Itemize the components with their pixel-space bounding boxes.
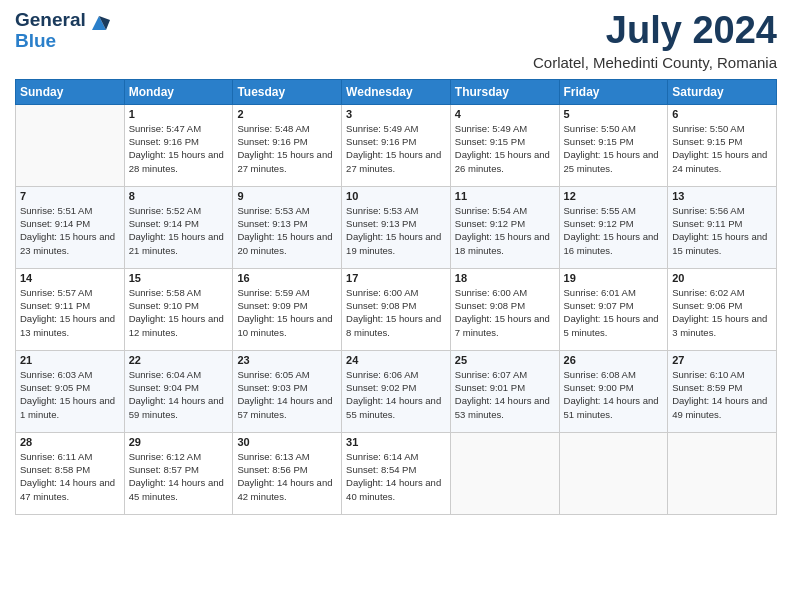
calendar-cell bbox=[450, 432, 559, 514]
day-number: 17 bbox=[346, 272, 446, 284]
day-number: 2 bbox=[237, 108, 337, 120]
day-info: Sunrise: 6:03 AMSunset: 9:05 PMDaylight:… bbox=[20, 368, 120, 421]
calendar-cell: 15Sunrise: 5:58 AMSunset: 9:10 PMDayligh… bbox=[124, 268, 233, 350]
calendar-cell: 26Sunrise: 6:08 AMSunset: 9:00 PMDayligh… bbox=[559, 350, 668, 432]
logo-general: General bbox=[15, 10, 86, 31]
calendar-header-thursday: Thursday bbox=[450, 79, 559, 104]
day-number: 18 bbox=[455, 272, 555, 284]
day-info: Sunrise: 5:58 AMSunset: 9:10 PMDaylight:… bbox=[129, 286, 229, 339]
day-number: 11 bbox=[455, 190, 555, 202]
day-info: Sunrise: 5:54 AMSunset: 9:12 PMDaylight:… bbox=[455, 204, 555, 257]
page: General Blue July 2024 Corlatel, Mehedin… bbox=[0, 0, 792, 612]
calendar-cell: 13Sunrise: 5:56 AMSunset: 9:11 PMDayligh… bbox=[668, 186, 777, 268]
calendar-header-row: SundayMondayTuesdayWednesdayThursdayFrid… bbox=[16, 79, 777, 104]
calendar-cell: 6Sunrise: 5:50 AMSunset: 9:15 PMDaylight… bbox=[668, 104, 777, 186]
day-number: 13 bbox=[672, 190, 772, 202]
calendar-cell: 21Sunrise: 6:03 AMSunset: 9:05 PMDayligh… bbox=[16, 350, 125, 432]
day-number: 26 bbox=[564, 354, 664, 366]
day-info: Sunrise: 6:01 AMSunset: 9:07 PMDaylight:… bbox=[564, 286, 664, 339]
day-number: 12 bbox=[564, 190, 664, 202]
day-info: Sunrise: 6:00 AMSunset: 9:08 PMDaylight:… bbox=[346, 286, 446, 339]
calendar-cell: 11Sunrise: 5:54 AMSunset: 9:12 PMDayligh… bbox=[450, 186, 559, 268]
day-info: Sunrise: 6:11 AMSunset: 8:58 PMDaylight:… bbox=[20, 450, 120, 503]
day-info: Sunrise: 6:07 AMSunset: 9:01 PMDaylight:… bbox=[455, 368, 555, 421]
day-info: Sunrise: 6:02 AMSunset: 9:06 PMDaylight:… bbox=[672, 286, 772, 339]
logo-blue: Blue bbox=[15, 31, 86, 52]
day-number: 10 bbox=[346, 190, 446, 202]
day-number: 8 bbox=[129, 190, 229, 202]
day-info: Sunrise: 6:10 AMSunset: 8:59 PMDaylight:… bbox=[672, 368, 772, 421]
day-info: Sunrise: 5:52 AMSunset: 9:14 PMDaylight:… bbox=[129, 204, 229, 257]
day-number: 20 bbox=[672, 272, 772, 284]
calendar-cell: 29Sunrise: 6:12 AMSunset: 8:57 PMDayligh… bbox=[124, 432, 233, 514]
day-number: 6 bbox=[672, 108, 772, 120]
day-number: 25 bbox=[455, 354, 555, 366]
day-info: Sunrise: 5:55 AMSunset: 9:12 PMDaylight:… bbox=[564, 204, 664, 257]
day-info: Sunrise: 6:08 AMSunset: 9:00 PMDaylight:… bbox=[564, 368, 664, 421]
calendar-header-tuesday: Tuesday bbox=[233, 79, 342, 104]
calendar-cell: 14Sunrise: 5:57 AMSunset: 9:11 PMDayligh… bbox=[16, 268, 125, 350]
calendar-cell: 31Sunrise: 6:14 AMSunset: 8:54 PMDayligh… bbox=[342, 432, 451, 514]
day-info: Sunrise: 5:50 AMSunset: 9:15 PMDaylight:… bbox=[672, 122, 772, 175]
day-number: 7 bbox=[20, 190, 120, 202]
month-title: July 2024 bbox=[533, 10, 777, 52]
day-number: 24 bbox=[346, 354, 446, 366]
calendar-header-monday: Monday bbox=[124, 79, 233, 104]
day-info: Sunrise: 5:53 AMSunset: 9:13 PMDaylight:… bbox=[237, 204, 337, 257]
calendar-header-wednesday: Wednesday bbox=[342, 79, 451, 104]
day-number: 19 bbox=[564, 272, 664, 284]
day-info: Sunrise: 5:50 AMSunset: 9:15 PMDaylight:… bbox=[564, 122, 664, 175]
calendar-cell: 2Sunrise: 5:48 AMSunset: 9:16 PMDaylight… bbox=[233, 104, 342, 186]
calendar-cell bbox=[559, 432, 668, 514]
calendar-cell: 27Sunrise: 6:10 AMSunset: 8:59 PMDayligh… bbox=[668, 350, 777, 432]
day-info: Sunrise: 5:59 AMSunset: 9:09 PMDaylight:… bbox=[237, 286, 337, 339]
day-info: Sunrise: 5:49 AMSunset: 9:16 PMDaylight:… bbox=[346, 122, 446, 175]
calendar-cell: 28Sunrise: 6:11 AMSunset: 8:58 PMDayligh… bbox=[16, 432, 125, 514]
calendar-cell: 16Sunrise: 5:59 AMSunset: 9:09 PMDayligh… bbox=[233, 268, 342, 350]
calendar-cell: 25Sunrise: 6:07 AMSunset: 9:01 PMDayligh… bbox=[450, 350, 559, 432]
day-number: 3 bbox=[346, 108, 446, 120]
title-section: July 2024 Corlatel, Mehedinti County, Ro… bbox=[533, 10, 777, 71]
day-info: Sunrise: 5:53 AMSunset: 9:13 PMDaylight:… bbox=[346, 204, 446, 257]
calendar-cell: 18Sunrise: 6:00 AMSunset: 9:08 PMDayligh… bbox=[450, 268, 559, 350]
location-title: Corlatel, Mehedinti County, Romania bbox=[533, 54, 777, 71]
day-info: Sunrise: 5:47 AMSunset: 9:16 PMDaylight:… bbox=[129, 122, 229, 175]
day-number: 21 bbox=[20, 354, 120, 366]
calendar-cell: 3Sunrise: 5:49 AMSunset: 9:16 PMDaylight… bbox=[342, 104, 451, 186]
day-info: Sunrise: 6:12 AMSunset: 8:57 PMDaylight:… bbox=[129, 450, 229, 503]
logo-icon bbox=[88, 12, 110, 34]
day-number: 1 bbox=[129, 108, 229, 120]
calendar: SundayMondayTuesdayWednesdayThursdayFrid… bbox=[15, 79, 777, 515]
day-number: 30 bbox=[237, 436, 337, 448]
calendar-cell: 7Sunrise: 5:51 AMSunset: 9:14 PMDaylight… bbox=[16, 186, 125, 268]
day-info: Sunrise: 5:49 AMSunset: 9:15 PMDaylight:… bbox=[455, 122, 555, 175]
calendar-header-friday: Friday bbox=[559, 79, 668, 104]
day-info: Sunrise: 5:57 AMSunset: 9:11 PMDaylight:… bbox=[20, 286, 120, 339]
day-info: Sunrise: 6:13 AMSunset: 8:56 PMDaylight:… bbox=[237, 450, 337, 503]
calendar-header-saturday: Saturday bbox=[668, 79, 777, 104]
day-number: 15 bbox=[129, 272, 229, 284]
day-number: 29 bbox=[129, 436, 229, 448]
day-number: 9 bbox=[237, 190, 337, 202]
calendar-cell: 19Sunrise: 6:01 AMSunset: 9:07 PMDayligh… bbox=[559, 268, 668, 350]
calendar-cell: 4Sunrise: 5:49 AMSunset: 9:15 PMDaylight… bbox=[450, 104, 559, 186]
day-number: 28 bbox=[20, 436, 120, 448]
day-info: Sunrise: 6:04 AMSunset: 9:04 PMDaylight:… bbox=[129, 368, 229, 421]
calendar-cell: 5Sunrise: 5:50 AMSunset: 9:15 PMDaylight… bbox=[559, 104, 668, 186]
calendar-week-5: 28Sunrise: 6:11 AMSunset: 8:58 PMDayligh… bbox=[16, 432, 777, 514]
logo-text: General Blue bbox=[15, 10, 86, 52]
calendar-cell bbox=[16, 104, 125, 186]
calendar-cell: 9Sunrise: 5:53 AMSunset: 9:13 PMDaylight… bbox=[233, 186, 342, 268]
day-info: Sunrise: 6:14 AMSunset: 8:54 PMDaylight:… bbox=[346, 450, 446, 503]
day-info: Sunrise: 5:56 AMSunset: 9:11 PMDaylight:… bbox=[672, 204, 772, 257]
day-info: Sunrise: 6:00 AMSunset: 9:08 PMDaylight:… bbox=[455, 286, 555, 339]
calendar-cell: 12Sunrise: 5:55 AMSunset: 9:12 PMDayligh… bbox=[559, 186, 668, 268]
header: General Blue July 2024 Corlatel, Mehedin… bbox=[15, 10, 777, 71]
day-number: 14 bbox=[20, 272, 120, 284]
calendar-cell: 23Sunrise: 6:05 AMSunset: 9:03 PMDayligh… bbox=[233, 350, 342, 432]
day-number: 31 bbox=[346, 436, 446, 448]
calendar-cell bbox=[668, 432, 777, 514]
day-info: Sunrise: 5:48 AMSunset: 9:16 PMDaylight:… bbox=[237, 122, 337, 175]
day-info: Sunrise: 5:51 AMSunset: 9:14 PMDaylight:… bbox=[20, 204, 120, 257]
calendar-cell: 24Sunrise: 6:06 AMSunset: 9:02 PMDayligh… bbox=[342, 350, 451, 432]
